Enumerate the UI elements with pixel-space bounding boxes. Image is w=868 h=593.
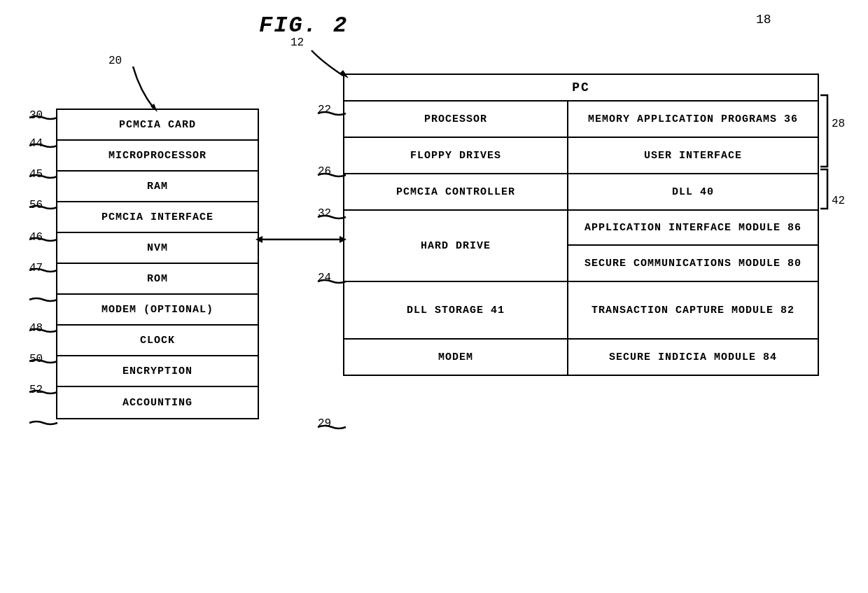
floppy-drives-cell: FLOPPY DRIVES: [344, 138, 568, 173]
pc-row-2: PCMCIA CONTROLLER DLL 40: [344, 174, 818, 211]
row-pcmcia-card: PCMCIA CARD: [57, 110, 258, 141]
ref-46: 46: [29, 231, 43, 244]
ref-30: 30: [29, 109, 43, 122]
pc-row-5: DLL STORAGE 41 TRANSACTION CAPTURE MODUL…: [344, 282, 818, 340]
row-clock: CLOCK: [57, 326, 258, 356]
pc-columns: PROCESSOR MEMORY APPLICATION PROGRAMS 36…: [344, 102, 818, 375]
ref-22: 22: [318, 104, 331, 116]
row-encryption: ENCRYPTION: [57, 356, 258, 387]
pc-row-0: PROCESSOR MEMORY APPLICATION PROGRAMS 36: [344, 102, 818, 138]
row-modem-optional: MODEM (OPTIONAL): [57, 295, 258, 326]
pc-row-3: HARD DRIVE APPLICATION INTERFACE MODULE …: [344, 211, 818, 282]
row-nvm: NVM: [57, 233, 258, 264]
ref-48: 48: [29, 322, 43, 335]
row-microprocessor: MICROPROCESSOR: [57, 141, 258, 172]
ref-18: 18: [756, 13, 771, 27]
secure-indicia-cell: SECURE INDICIA MODULE 84: [568, 340, 818, 375]
pcmcia-card-block: PCMCIA CARD MICROPROCESSOR RAM PCMCIA IN…: [56, 109, 259, 419]
ref-56: 56: [29, 199, 43, 211]
row-pcmcia-interface: PCMCIA INTERFACE: [57, 202, 258, 233]
ref-45: 45: [29, 168, 43, 181]
pc-row-1: FLOPPY DRIVES USER INTERFACE: [344, 138, 818, 174]
row-accounting: ACCOUNTING: [57, 387, 258, 418]
processor-cell: PROCESSOR: [344, 102, 568, 137]
row-ram: RAM: [57, 172, 258, 202]
user-interface-cell: USER INTERFACE: [568, 138, 818, 173]
ref-44: 44: [29, 137, 43, 150]
memory-app-programs-cell: MEMORY APPLICATION PROGRAMS 36: [568, 102, 818, 137]
modem-cell: MODEM: [344, 340, 568, 375]
ref-20: 20: [108, 55, 122, 67]
dll-storage-cell: DLL STORAGE 41: [344, 282, 568, 338]
ref-52: 52: [29, 384, 43, 396]
hard-drive-cell: HARD DRIVE: [344, 211, 568, 281]
pc-header: PC: [344, 75, 818, 102]
ref-42: 42: [832, 195, 845, 207]
ref-47: 47: [29, 262, 43, 274]
ref-12: 12: [290, 36, 304, 49]
secure-comm-module-cell: SECURE COMMUNICATIONS MODULE 80: [568, 246, 818, 281]
ref-32: 32: [318, 207, 331, 220]
pcmcia-controller-cell: PCMCIA CONTROLLER: [344, 174, 568, 209]
row-rom: ROM: [57, 264, 258, 295]
ref-50: 50: [29, 353, 43, 365]
ref-26: 26: [318, 165, 331, 178]
pc-row-6: MODEM SECURE INDICIA MODULE 84: [344, 340, 818, 375]
pc-block: PC PROCESSOR MEMORY APPLICATION PROGRAMS…: [343, 74, 819, 376]
ref-24: 24: [318, 272, 331, 284]
ref-28: 28: [832, 118, 845, 130]
fig-title: FIG. 2: [259, 13, 348, 39]
app-interface-module-cell: APPLICATION INTERFACE MODULE 86: [568, 211, 818, 246]
diagram-container: FIG. 2 18 20 12 PCMCIA CARD MICROPROCESS…: [0, 0, 868, 593]
ref-29: 29: [318, 417, 331, 430]
dll40-cell: DLL 40: [568, 174, 818, 209]
transaction-capture-cell: TRANSACTION CAPTURE MODULE 82: [568, 282, 818, 338]
